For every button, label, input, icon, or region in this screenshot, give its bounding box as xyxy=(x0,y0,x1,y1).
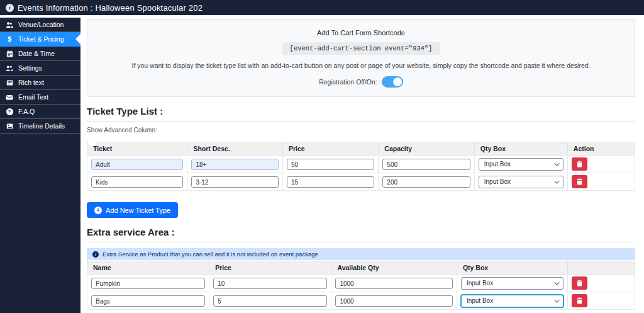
col-header-qty-box: Qty Box xyxy=(474,142,567,156)
shortcode-description: If you want to display the ticket type l… xyxy=(106,62,616,69)
qty-box-select[interactable]: Input Box xyxy=(461,277,564,290)
richtext-icon xyxy=(6,79,13,86)
envelope-icon xyxy=(6,94,13,101)
sidebar-item-venue-location[interactable]: Venue/Location xyxy=(0,18,80,32)
shortcode-panel: Add To Cart Form Shortcode [event-add-ca… xyxy=(87,19,635,97)
add-new-ticket-type-button[interactable]: + Add New Ticket Type xyxy=(87,202,178,218)
extra-name-input[interactable] xyxy=(91,278,205,289)
trash-icon xyxy=(576,280,583,287)
users-icon xyxy=(6,65,13,72)
info-icon: i xyxy=(92,251,99,258)
col-header-short-desc: Short Desc. xyxy=(187,142,283,156)
qty-box-value: Input Box xyxy=(467,297,493,304)
short-desc-input[interactable] xyxy=(191,176,279,188)
col-header-action: Action xyxy=(567,142,635,156)
sidebar-item-ticket-pricing[interactable]: $ Ticket & Pricing xyxy=(0,32,80,47)
chevron-down-icon xyxy=(554,297,559,302)
table-row: Input Box xyxy=(87,156,635,173)
delete-ticket-button[interactable] xyxy=(572,175,587,188)
timeline-icon xyxy=(6,123,13,130)
registration-toggle[interactable] xyxy=(382,76,403,88)
qty-box-select[interactable]: Input Box xyxy=(461,295,564,307)
capacity-input[interactable] xyxy=(382,176,470,188)
sidebar-item-timeline-details[interactable]: Timeline Details xyxy=(0,119,80,134)
calendar-icon xyxy=(6,50,13,57)
price-input[interactable] xyxy=(287,159,374,170)
add-new-ticket-type-label: Add New Ticket Type xyxy=(106,207,170,214)
sidebar-item-label: Date & Time xyxy=(18,50,55,57)
trash-icon xyxy=(576,178,583,185)
sidebar-item-email-text[interactable]: Email Text xyxy=(0,90,80,105)
chevron-down-icon xyxy=(554,178,559,183)
col-header-qty-box: Qty Box xyxy=(457,261,567,275)
extra-name-input[interactable] xyxy=(91,295,205,307)
show-advanced-label: Show Advanced Column: xyxy=(87,127,635,134)
delete-extra-button[interactable] xyxy=(572,294,587,307)
chevron-down-icon xyxy=(554,161,559,166)
qty-box-select[interactable]: Input Box xyxy=(479,176,564,188)
delete-ticket-button[interactable] xyxy=(572,157,587,171)
qty-box-select[interactable]: Input Box xyxy=(479,158,564,171)
col-header-price: Price xyxy=(282,142,378,156)
question-icon: ? xyxy=(6,108,13,115)
sidebar-item-label: Ticket & Pricing xyxy=(18,35,64,43)
col-header-available-qty: Available Qty xyxy=(331,261,457,275)
sidebar-item-rich-text[interactable]: Rich text xyxy=(0,76,80,90)
trash-icon xyxy=(576,161,583,168)
ticket-name-input[interactable] xyxy=(91,176,183,188)
page-title: Events Information : Halloween Spooktacu… xyxy=(18,3,203,13)
sidebar-item-settings[interactable]: Settings xyxy=(0,61,80,76)
shortcode-value[interactable]: [event-add-cart-section event="934"] xyxy=(282,42,440,55)
sidebar-item-label: Email Text xyxy=(18,93,48,101)
extra-available-qty-input[interactable] xyxy=(335,295,452,307)
sidebar-item-label: Timeline Details xyxy=(18,122,65,130)
table-row: Input Box xyxy=(87,173,635,191)
sidebar-item-label: Rich text xyxy=(18,79,44,86)
sidebar-item-label: Venue/Location xyxy=(18,21,64,28)
qty-box-value: Input Box xyxy=(484,161,511,168)
sidebar-item-label: Settings xyxy=(18,64,42,72)
col-header-ticket: Ticket xyxy=(87,142,187,156)
price-input[interactable] xyxy=(287,176,374,188)
divider xyxy=(87,242,635,242)
divider xyxy=(87,121,635,122)
extra-available-qty-input[interactable] xyxy=(335,278,452,289)
sidebar: Venue/Location $ Ticket & Pricing Date &… xyxy=(0,18,80,313)
col-header-price: Price xyxy=(209,261,331,275)
ticket-name-input[interactable] xyxy=(91,159,183,170)
table-header-row: Name Price Available Qty Qty Box xyxy=(87,261,635,275)
info-icon: i xyxy=(6,4,14,12)
qty-box-value: Input Box xyxy=(467,280,493,287)
table-row: Input Box xyxy=(87,292,635,310)
ticket-type-table: Ticket Short Desc. Price Capacity Qty Bo… xyxy=(87,142,635,191)
qty-box-value: Input Box xyxy=(484,178,511,185)
sidebar-item-date-time[interactable]: Date & Time xyxy=(0,47,80,61)
capacity-input[interactable] xyxy=(382,159,470,170)
table-row: Input Box xyxy=(87,275,635,292)
extra-price-input[interactable] xyxy=(213,278,327,289)
delete-extra-button[interactable] xyxy=(572,276,587,290)
extra-service-notice: i Extra Service as Product that you can … xyxy=(87,248,635,260)
registration-toggle-label: Registration Off/On: xyxy=(319,78,377,86)
extra-service-table: Name Price Available Qty Qty Box Input B… xyxy=(87,261,635,310)
extra-service-area-title: Extra service Area : xyxy=(87,227,635,237)
plus-circle-icon: + xyxy=(94,207,102,214)
shortcode-label: Add To Cart Form Shortcode xyxy=(106,29,616,37)
sidebar-item-label: F.A.Q xyxy=(18,108,35,115)
extra-price-input[interactable] xyxy=(213,295,327,307)
sidebar-item-faq[interactable]: ? F.A.Q xyxy=(0,105,80,119)
col-header-action xyxy=(567,261,635,275)
trash-icon xyxy=(576,297,583,304)
short-desc-input[interactable] xyxy=(191,159,279,170)
extra-service-notice-text: Extra Service as Product that you can se… xyxy=(103,251,318,258)
col-header-name: Name xyxy=(87,261,209,275)
toggle-knob xyxy=(393,77,402,86)
col-header-capacity: Capacity xyxy=(379,142,474,156)
venue-icon xyxy=(6,21,13,28)
dollar-icon: $ xyxy=(6,35,13,43)
ticket-type-list-title: Ticket Type List : xyxy=(87,106,635,117)
main-content: Add To Cart Form Shortcode [event-add-ca… xyxy=(87,15,635,313)
app-header: i Events Information : Halloween Spookta… xyxy=(0,0,644,15)
table-header-row: Ticket Short Desc. Price Capacity Qty Bo… xyxy=(87,142,635,156)
chevron-down-icon xyxy=(554,280,559,285)
